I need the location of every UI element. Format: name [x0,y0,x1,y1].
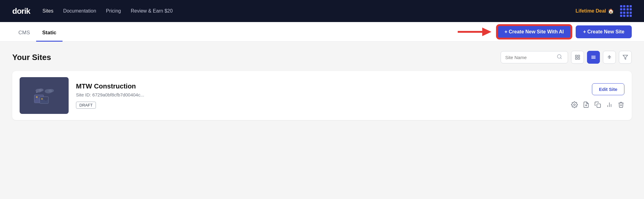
logo[interactable]: dorik [12,6,30,16]
navbar: dorik Sites Documentation Pricing Review… [0,0,644,22]
site-card: MTW Construction Site ID: 6729a0bf8cfb7d… [12,71,632,120]
main-content: Your Sites [0,42,644,199]
search-box [501,51,568,63]
tab-static[interactable]: Static [36,30,63,42]
grid-view-button[interactable] [571,51,584,64]
site-id: Site ID: 6729a0bf8cfb7d00404c... [76,92,564,97]
nav-link-pricing[interactable]: Pricing [106,8,121,14]
export-icon[interactable] [583,101,589,108]
red-arrow-annotation [458,25,491,39]
nav-links: Sites Documentation Pricing Review & Ear… [43,8,173,14]
site-actions: Edit Site [571,83,624,108]
svg-point-17 [48,89,54,92]
filter-button[interactable] [619,51,632,64]
sites-title: Your Sites [12,53,51,62]
edit-site-button[interactable]: Edit Site [592,83,624,95]
lifetime-deal-link[interactable]: Lifetime Deal 🏠 [575,8,614,14]
create-ai-button[interactable]: + Create New Site With AI [497,25,572,39]
settings-icon[interactable] [571,101,578,108]
tabs-bar: CMS Static + Create New Site With AI + C… [0,22,644,42]
search-input[interactable] [505,55,554,60]
svg-rect-4 [575,55,577,57]
draft-badge: DRAFT [76,102,96,109]
search-icon [557,54,562,61]
delete-icon[interactable] [618,101,624,108]
list-view-button[interactable] [587,51,600,64]
site-info: MTW Construction Site ID: 6729a0bf8cfb7d… [76,82,564,109]
svg-point-15 [39,88,44,92]
svg-line-3 [560,58,561,58]
svg-marker-13 [623,55,628,59]
svg-rect-5 [578,55,580,57]
nav-link-documentation[interactable]: Documentation [63,8,96,14]
sites-header: Your Sites [12,51,632,64]
navbar-right: Lifetime Deal 🏠 [575,5,632,17]
tab-cms[interactable]: CMS [12,30,36,42]
site-thumbnail [20,77,69,114]
svg-rect-7 [578,58,580,59]
svg-point-19 [36,96,38,98]
copy-icon[interactable] [594,101,601,108]
site-icon-actions [571,101,624,108]
crown-icon: 🏠 [608,8,614,14]
analytics-icon[interactable] [606,101,613,108]
svg-marker-1 [482,28,491,36]
svg-point-22 [574,104,575,106]
navbar-left: dorik Sites Documentation Pricing Review… [12,6,173,16]
svg-point-21 [41,98,43,100]
create-new-site-button[interactable]: + Create New Site [576,25,632,38]
sort-button[interactable] [603,51,616,64]
site-name: MTW Construction [76,82,564,90]
tabs: CMS Static [12,22,63,41]
lifetime-deal-label: Lifetime Deal [575,8,606,14]
nav-link-sites[interactable]: Sites [43,8,54,14]
svg-rect-6 [575,58,577,59]
sites-controls [501,51,632,64]
app-grid-icon[interactable] [620,5,632,17]
tabs-actions: + Create New Site With AI + Create New S… [458,25,632,39]
nav-link-review[interactable]: Review & Earn $20 [131,8,173,14]
svg-rect-24 [597,104,600,107]
